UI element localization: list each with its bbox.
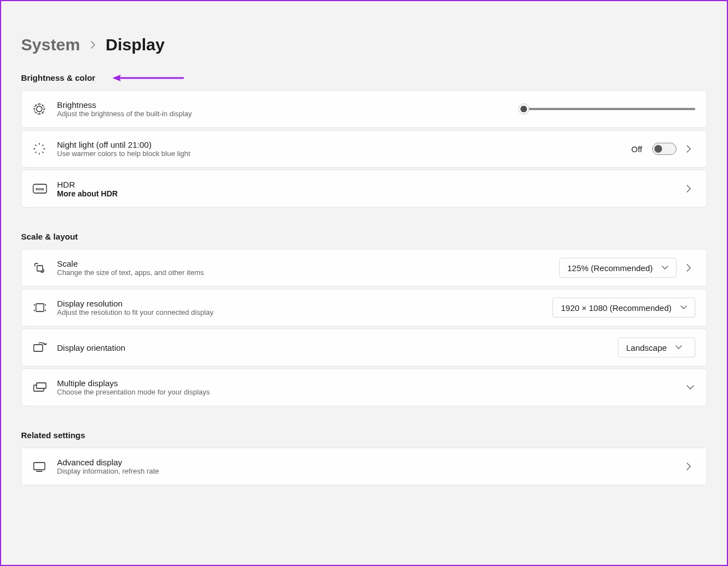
brightness-title: Brightness [57, 100, 524, 110]
chevron-down-icon [675, 345, 682, 350]
brightness-slider[interactable] [524, 108, 695, 110]
scale-icon [33, 261, 46, 274]
hdr-row[interactable]: HDR HDR More about HDR [21, 170, 707, 207]
svg-rect-23 [34, 345, 43, 351]
monitor-icon [33, 461, 46, 472]
resolution-icon [33, 302, 47, 314]
svg-text:HDR: HDR [35, 187, 45, 191]
multiple-displays-icon [33, 382, 47, 393]
chevron-right-icon [90, 40, 96, 49]
night-light-subtitle: Use warmer colors to help block blue lig… [57, 149, 631, 158]
hdr-icon: HDR [33, 184, 47, 194]
hdr-title: HDR [57, 180, 686, 189]
svg-line-17 [35, 152, 36, 153]
orientation-title: Display orientation [57, 343, 618, 352]
brightness-subtitle: Adjust the brightness of the built-in di… [57, 110, 524, 118]
night-light-toggle[interactable] [652, 143, 677, 155]
orientation-icon [33, 341, 47, 354]
svg-rect-21 [37, 266, 43, 271]
advanced-display-title: Advanced display [57, 458, 686, 467]
chevron-right-icon[interactable] [686, 185, 695, 193]
chevron-right-icon[interactable] [686, 145, 695, 153]
section-title-brightness-color: Brightness & color [21, 73, 707, 82]
breadcrumb: System Display [21, 35, 707, 54]
scale-title: Scale [57, 259, 559, 268]
svg-rect-22 [36, 304, 44, 311]
brightness-icon [33, 102, 46, 116]
svg-rect-26 [34, 463, 45, 470]
svg-line-15 [35, 145, 36, 146]
multiple-displays-title: Multiple displays [57, 378, 686, 388]
orientation-row[interactable]: Display orientation Landscape [21, 329, 707, 366]
multiple-displays-row[interactable]: Multiple displays Choose the presentatio… [21, 368, 707, 406]
svg-point-1 [37, 106, 42, 112]
resolution-subtitle: Adjust the resolution to fit your connec… [57, 308, 553, 316]
night-light-row[interactable]: Night light (off until 21:00) Use warmer… [21, 130, 707, 168]
night-light-toggle-label: Off [631, 144, 642, 154]
advanced-display-row[interactable]: Advanced display Display information, re… [21, 448, 707, 485]
resolution-dropdown[interactable]: 1920 × 1080 (Recommended) [553, 298, 695, 318]
section-title-related: Related settings [21, 430, 707, 440]
scale-subtitle: Change the size of text, apps, and other… [57, 268, 559, 277]
orientation-dropdown-value: Landscape [626, 343, 667, 352]
breadcrumb-current: Display [106, 35, 165, 54]
svg-rect-25 [37, 383, 46, 388]
svg-line-16 [43, 152, 43, 153]
chevron-down-icon[interactable] [686, 385, 695, 390]
scale-dropdown-value: 125% (Recommended) [567, 263, 653, 273]
hdr-link[interactable]: More about HDR [57, 189, 686, 198]
multiple-displays-subtitle: Choose the presentation mode for your di… [57, 388, 686, 396]
resolution-row[interactable]: Display resolution Adjust the resolution… [21, 289, 707, 326]
scale-row[interactable]: Scale Change the size of text, apps, and… [21, 249, 707, 287]
chevron-right-icon[interactable] [686, 463, 695, 470]
chevron-down-icon [662, 266, 668, 270]
resolution-dropdown-value: 1920 × 1080 (Recommended) [561, 303, 672, 313]
svg-line-18 [43, 145, 43, 146]
brightness-slider-thumb[interactable] [518, 103, 529, 115]
night-light-icon [33, 142, 46, 155]
annotation-arrow-icon [112, 74, 184, 82]
resolution-title: Display resolution [57, 299, 553, 308]
brightness-row[interactable]: Brightness Adjust the brightness of the … [21, 90, 707, 128]
orientation-dropdown[interactable]: Landscape [618, 337, 695, 357]
scale-dropdown[interactable]: 125% (Recommended) [559, 258, 677, 278]
chevron-right-icon[interactable] [686, 264, 695, 272]
section-title-scale-layout: Scale & layout [21, 232, 707, 241]
night-light-title: Night light (off until 21:00) [57, 140, 631, 149]
chevron-down-icon [680, 305, 687, 310]
breadcrumb-parent[interactable]: System [21, 35, 80, 54]
advanced-display-subtitle: Display information, refresh rate [57, 467, 686, 475]
